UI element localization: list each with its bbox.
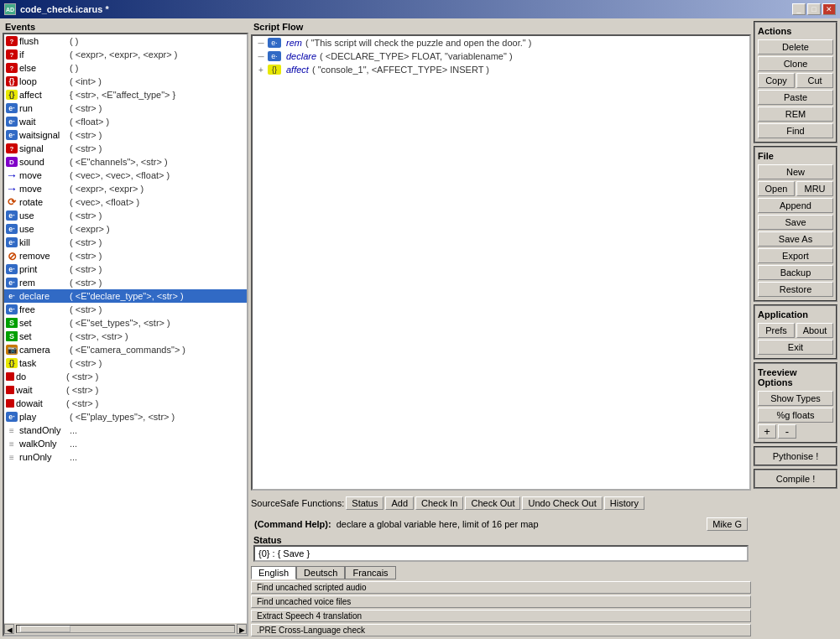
save-as-button[interactable]: Save As — [758, 231, 833, 247]
event-params-11: ( <expr>, <expr> ) — [70, 184, 143, 194]
rem-button[interactable]: REM — [758, 106, 833, 122]
event-row-camera-23[interactable]: 📷camera( <E"camera_commands"> ) — [4, 343, 247, 356]
prefs-button[interactable]: Prefs — [758, 323, 795, 338]
event-row-wait-26[interactable]: wait( <str> ) — [4, 383, 247, 397]
event-row-print-17[interactable]: e·print( <str> ) — [4, 262, 247, 276]
lang-tab-francais[interactable]: Francais — [345, 566, 395, 579]
center-panel: Script Flow ─e·rem( "This script will ch… — [251, 21, 751, 636]
find-button[interactable]: Find — [758, 123, 833, 138]
workspace: Events ?flush( )?if( <expr>, <expr>, <ex… — [0, 18, 840, 639]
event-row-move-11[interactable]: →move( <expr>, <expr> ) — [4, 182, 247, 195]
save-button[interactable]: Save — [758, 215, 833, 230]
minus-button[interactable]: - — [778, 424, 796, 439]
event-row-kill-15[interactable]: e·kill( <str> ) — [4, 236, 247, 249]
expand-icon-2[interactable]: + — [256, 65, 266, 75]
restore-button[interactable]: Restore — [758, 282, 833, 297]
find-uncached-audio-btn[interactable]: Find uncached scripted audio — [251, 581, 751, 594]
event-row-remove-16[interactable]: ⊘remove( <str> ) — [4, 249, 247, 262]
extract-speech-btn[interactable]: Extract Speech 4 translation — [251, 610, 751, 622]
event-row-runOnly-31[interactable]: ≡runOnly... — [4, 450, 247, 464]
event-row-standOnly-29[interactable]: ≡standOnly... — [4, 423, 247, 437]
pythonise-button[interactable]: Pythonise ! — [754, 446, 837, 466]
no-icon: ⊘ — [6, 251, 18, 261]
event-row-move-10[interactable]: →move( <vec>, <vec>, <float> ) — [4, 169, 247, 182]
event-row-if-1[interactable]: ?if( <expr>, <expr>, <expr> ) — [4, 48, 247, 61]
hscroll-left[interactable]: ◄ — [4, 624, 14, 634]
ss-add-button[interactable]: Add — [385, 496, 414, 510]
event-row-walkOnly-30[interactable]: ≡walkOnly... — [4, 437, 247, 450]
e-icon: e· — [6, 237, 18, 247]
event-row-loop-3[interactable]: {}loop( <int> ) — [4, 75, 247, 88]
event-row-set-22[interactable]: Sset( <str>, <str> ) — [4, 330, 247, 343]
hscroll-thumb[interactable] — [20, 626, 70, 632]
new-button[interactable]: New — [758, 164, 833, 179]
mru-button[interactable]: MRU — [796, 181, 833, 196]
loop-icon: {} — [6, 76, 18, 86]
event-row-declare-19[interactable]: e·declare( <E"declare_type">, <str> ) — [4, 289, 247, 303]
float-button[interactable]: %g floats — [758, 408, 833, 423]
event-row-waitsignal-7[interactable]: e·waitsignal( <str> ) — [4, 128, 247, 142]
event-row-sound-9[interactable]: Dsound( <E"channels">, <str> ) — [4, 155, 247, 169]
event-row-run-5[interactable]: e·run( <str> ) — [4, 101, 247, 115]
delete-button[interactable]: Delete — [758, 39, 833, 55]
clone-button[interactable]: Clone — [758, 56, 833, 71]
event-row-wait-6[interactable]: e·wait( <float> ) — [4, 115, 247, 128]
event-row-task-24[interactable]: {}task( <str> ) — [4, 356, 247, 370]
event-row-flush-0[interactable]: ?flush( ) — [4, 34, 247, 48]
hscroll-right[interactable]: ► — [237, 624, 247, 634]
ss-checkout-button[interactable]: Check Out — [465, 496, 520, 510]
command-help-text: declare a global variable here, limit of… — [337, 519, 702, 529]
redsq3-icon — [6, 399, 14, 408]
expand-icon-1[interactable]: ─ — [256, 52, 266, 61]
maximize-button[interactable]: □ — [807, 3, 821, 15]
event-row-signal-8[interactable]: ?signal( <str> ) — [4, 142, 247, 155]
event-row-use-14[interactable]: e·use( <expr> ) — [4, 222, 247, 236]
open-button[interactable]: Open — [758, 181, 795, 196]
cut-button[interactable]: Cut — [796, 73, 833, 88]
ss-history-button[interactable]: History — [604, 496, 644, 510]
ss-undo-button[interactable]: Undo Check Out — [522, 496, 602, 510]
events-scroll[interactable]: ?flush( )?if( <expr>, <expr>, <expr> )?e… — [4, 34, 247, 623]
hscroll-track[interactable] — [16, 625, 235, 633]
pre-cross-lang-btn[interactable]: .PRE Cross-Language check — [251, 624, 751, 636]
backup-button[interactable]: Backup — [758, 265, 833, 280]
find-uncached-voice-btn[interactable]: Find uncached voice files — [251, 595, 751, 608]
script-row-0[interactable]: ─e·rem( "This script will check the puzz… — [253, 36, 749, 49]
mike-g-button[interactable]: Mike G — [707, 517, 748, 531]
brace-icon: {} — [6, 90, 18, 100]
copy-button[interactable]: Copy — [758, 73, 795, 88]
lang-tab-english[interactable]: English — [251, 566, 296, 579]
compile-button[interactable]: Compile ! — [754, 469, 837, 489]
script-row-2[interactable]: +{}affect( "console_1", <AFFECT_TYPE> IN… — [253, 63, 749, 76]
event-row-else-2[interactable]: ?else( ) — [4, 61, 247, 75]
event-name-20: free — [19, 304, 70, 314]
show-types-button[interactable]: Show Types — [758, 391, 833, 406]
export-button[interactable]: Export — [758, 248, 833, 263]
script-flow-container: ─e·rem( "This script will check the puzz… — [251, 34, 751, 491]
event-row-do-25[interactable]: do( <str> ) — [4, 370, 247, 383]
ss-status-button[interactable]: Status — [346, 496, 383, 510]
about-button[interactable]: About — [796, 323, 833, 338]
expand-icon-0[interactable]: ─ — [256, 39, 266, 48]
close-button[interactable]: ✕ — [822, 3, 836, 15]
paste-button[interactable]: Paste — [758, 90, 833, 105]
event-row-rem-18[interactable]: e·rem( <str> ) — [4, 276, 247, 289]
exit-button[interactable]: Exit — [758, 340, 833, 355]
lang-tab-deutsch[interactable]: Deutsch — [296, 566, 345, 579]
plus-button[interactable]: + — [758, 424, 776, 439]
ss-checkin-button[interactable]: Check In — [415, 496, 463, 510]
event-row-dowait-27[interactable]: dowait( <str> ) — [4, 397, 247, 410]
e-icon: e· — [6, 130, 18, 140]
events-hscrollbar[interactable]: ◄ ► — [4, 623, 247, 635]
event-row-use-13[interactable]: e·use( <str> ) — [4, 209, 247, 222]
event-row-free-20[interactable]: e·free( <str> ) — [4, 303, 247, 316]
title-bar-left: AD code_check.icarus * — [4, 3, 109, 15]
event-row-set-21[interactable]: Sset( <E"set_types">, <str> ) — [4, 316, 247, 330]
minimize-button[interactable]: _ — [792, 3, 806, 15]
event-name-4: affect — [19, 90, 70, 100]
event-row-rotate-12[interactable]: ⟳rotate( <vec>, <float> ) — [4, 195, 247, 209]
append-button[interactable]: Append — [758, 198, 833, 213]
event-row-affect-4[interactable]: {}affect{ <str>, <E"affect_type"> } — [4, 88, 247, 101]
event-row-play-28[interactable]: e·play( <E"play_types">, <str> ) — [4, 410, 247, 423]
script-row-1[interactable]: ─e·declare( <DECLARE_TYPE> FLOAT, "varia… — [253, 49, 749, 63]
